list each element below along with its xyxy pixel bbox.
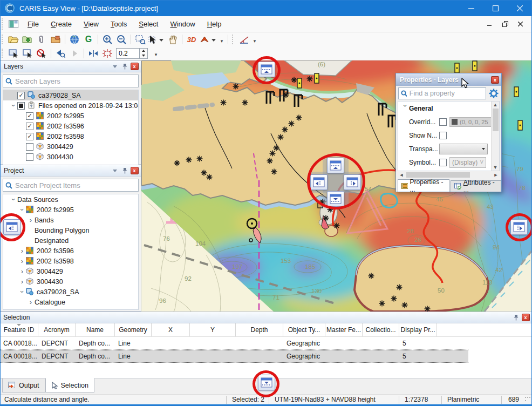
column-header-feature-id[interactable]: Feature ID [0, 323, 38, 336]
menu-tools[interactable]: Tools [105, 16, 133, 32]
tree-item-bands[interactable]: ›Bands [3, 215, 138, 225]
flash-selection-icon[interactable] [101, 48, 114, 59]
dock-right-button[interactable] [510, 219, 528, 235]
panel-menu-icon[interactable] [111, 63, 119, 71]
zoom-area-icon[interactable] [134, 33, 147, 45]
tree-item-2002-fs3596[interactable]: ✓2002 fs3596 [3, 121, 138, 131]
expander-right-icon[interactable]: › [27, 216, 35, 224]
close-button[interactable] [508, 0, 532, 16]
expander-down-icon[interactable]: › [10, 102, 18, 110]
property-group-general[interactable]: › General [398, 102, 499, 115]
tree-item-2002-fs2995[interactable]: ›2002 fs2995 [3, 205, 138, 215]
pin-icon[interactable] [511, 314, 520, 322]
panel-menu-icon[interactable] [111, 167, 119, 175]
close-panel-icon[interactable]: x [521, 314, 530, 322]
minimize-button[interactable] [459, 0, 483, 16]
dock-center-left-button[interactable] [310, 174, 328, 190]
menu-file[interactable]: File [22, 16, 45, 32]
tab-selection[interactable]: Selection [45, 378, 94, 393]
toolbar-grip[interactable] [2, 35, 4, 44]
properties-panel[interactable]: Properties - Layers x › General Overrid.… [395, 73, 502, 192]
menu-view[interactable]: View [78, 16, 105, 32]
tree-item-2002-fs3598[interactable]: ✓2002 fs3598 [3, 131, 138, 141]
checkbox-checked-icon[interactable]: ✓ [26, 123, 33, 130]
tab-attributes[interactable]: Attributes - ... [451, 180, 501, 192]
fit-selection-icon[interactable] [87, 48, 100, 59]
toolbar-grip[interactable] [2, 49, 4, 58]
column-header-name[interactable]: Name [76, 323, 115, 336]
mdi-restore-button[interactable] [497, 18, 513, 31]
tree-item-3004429[interactable]: ›3004429 [3, 266, 138, 276]
tree-item-ca379028-sa[interactable]: ✓ca379028_SA [3, 90, 138, 100]
column-header-display-pr[interactable]: Display Pr... [399, 323, 437, 336]
tree-item-3004429[interactable]: 3004429 [3, 141, 138, 152]
chevron-down-icon[interactable]: › [401, 105, 409, 112]
pan-hand-icon[interactable] [166, 33, 179, 45]
settings-gear-icon[interactable] [488, 88, 499, 99]
tree-item-2002-fs3598[interactable]: ›2002 fs3598 [3, 256, 138, 266]
close-properties-icon[interactable]: x [491, 76, 499, 84]
select-polygon-icon[interactable] [21, 48, 34, 59]
toolbar-overflow-icon[interactable]: ▾ [218, 37, 226, 43]
dock-center-right-button[interactable] [344, 174, 361, 190]
column-header-acronym[interactable]: Acronym [38, 323, 76, 336]
column-header-collectio[interactable]: Collectio... [363, 323, 399, 336]
previous-selection-icon[interactable] [54, 48, 67, 59]
column-header-y[interactable]: Y [190, 323, 236, 336]
tolerance-step-up[interactable] [140, 49, 147, 53]
globe-icon[interactable] [68, 33, 81, 45]
close-panel-icon[interactable]: x [130, 167, 139, 175]
dock-top-button[interactable] [258, 62, 275, 77]
horizontal-scrollbar[interactable]: ◄ ► [398, 171, 500, 179]
north-arrow-icon[interactable] [199, 33, 217, 45]
checkbox-checked-icon[interactable]: ✓ [26, 112, 33, 120]
pin-icon[interactable] [120, 63, 129, 71]
dock-left-button[interactable] [3, 219, 21, 235]
tree-item-bounding-polygon[interactable]: Bounding Polygon [3, 225, 138, 235]
symbology-dropdown[interactable]: (Display)˅ [449, 157, 486, 168]
pin-icon[interactable] [120, 167, 129, 175]
show-n-checkbox[interactable] [439, 132, 447, 139]
select-cursor-icon[interactable] [148, 33, 165, 45]
expander-down-icon[interactable]: › [10, 196, 18, 204]
status-crs[interactable]: UTM-19N-Nad83 + NAVD88 height [269, 396, 399, 403]
table-row[interactable]: CA 00018...DEPCNTDepth co...LineGeograph… [0, 337, 468, 350]
layers-search-input[interactable] [15, 77, 136, 85]
column-header-master-fe[interactable]: Master Fe... [325, 323, 363, 336]
table-row[interactable]: CA 00018...DEPCNTDepth co...LineGeograph… [0, 350, 468, 363]
column-header-geometry[interactable]: Geometry [115, 323, 152, 336]
column-header-x[interactable]: X [152, 323, 190, 336]
layers-panel-header[interactable]: Layers x [1, 61, 141, 72]
expander-right-icon[interactable]: › [18, 257, 26, 265]
open-project-icon[interactable] [7, 33, 20, 45]
next-selection-icon[interactable] [68, 48, 81, 59]
tree-item-files-opened-on-2018-09-24-13-04-23[interactable]: ›Files opened on 2018-09-24 13:04:23 [3, 100, 138, 111]
column-header-depth[interactable]: Depth [236, 323, 283, 336]
tree-item-designated[interactable]: Designated [3, 235, 138, 246]
symbology-checkbox[interactable] [439, 159, 447, 166]
status-scale[interactable]: 1:72378 [399, 396, 441, 403]
link-icon[interactable] [35, 33, 48, 45]
tree-item-3004430[interactable]: 3004430 [3, 152, 138, 162]
dock-center-bottom-button[interactable] [327, 191, 344, 207]
mdi-minimize-button[interactable] [482, 18, 497, 31]
expander-right-icon[interactable]: › [27, 298, 35, 306]
expander-right-icon[interactable]: › [18, 278, 26, 286]
tolerance-step-down[interactable] [140, 53, 147, 58]
checkbox-checked-icon[interactable]: ✓ [26, 133, 33, 140]
zoom-out-icon[interactable] [115, 33, 128, 45]
menu-select[interactable]: Select [133, 16, 164, 32]
transparency-dropdown[interactable] [439, 144, 488, 154]
expander-right-icon[interactable]: › [18, 247, 26, 255]
checkbox-partial-icon[interactable] [17, 102, 25, 110]
project-search-input[interactable] [15, 181, 136, 190]
menu-help[interactable]: Help [201, 16, 228, 32]
column-header-object-ty[interactable]: Object Ty... [283, 323, 325, 336]
tolerance-input[interactable] [116, 48, 140, 59]
project-panel-header[interactable]: Project x [1, 165, 141, 177]
menu-create[interactable]: Create [45, 16, 78, 32]
tree-item-data-sources[interactable]: ›Data Sources [3, 194, 138, 205]
mdi-close-button[interactable] [513, 18, 528, 31]
zoom-in-icon[interactable] [101, 33, 114, 45]
google-earth-icon[interactable]: G [82, 33, 95, 45]
